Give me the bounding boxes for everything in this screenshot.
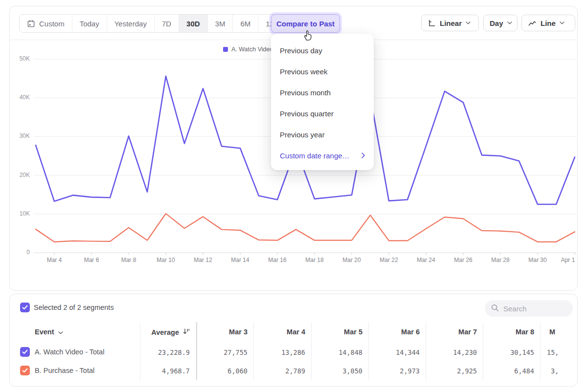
- clipped-value-cell: 3,: [551, 367, 573, 375]
- value-cell: 2,925: [428, 367, 477, 375]
- menu-items-container: Previous dayPrevious weekPrevious monthP…: [271, 40, 374, 145]
- date-column-header[interactable]: Mar 7: [428, 328, 477, 336]
- clipped-value-cell: 15,: [547, 348, 569, 356]
- x-axis-label: Mar 10: [151, 257, 181, 263]
- x-axis-label: Mar 4: [40, 257, 69, 263]
- x-axis-label: Mar 20: [337, 257, 366, 263]
- series-line: [36, 214, 575, 242]
- value-cell: 3,050: [314, 367, 362, 375]
- chevron-right-icon: [361, 152, 365, 160]
- date-column-header[interactable]: Mar 3: [199, 328, 248, 336]
- menu-item-previous-day[interactable]: Previous day: [271, 40, 374, 61]
- x-axis-label: Mar 6: [77, 257, 106, 263]
- x-axis-label: Mar 30: [523, 257, 552, 263]
- x-axis-label: Mar 22: [374, 257, 404, 263]
- menu-item-previous-quarter[interactable]: Previous quarter: [271, 103, 374, 124]
- frozen-column-divider: [196, 322, 197, 380]
- value-cell: 14,848: [314, 348, 362, 356]
- value-cell: 27,755: [199, 348, 248, 356]
- segments-table-card: Selected 2 of 2 segments EventAverageMar…: [9, 294, 578, 387]
- checkmark-icon: [22, 366, 28, 375]
- y-axis-label: 40K: [10, 94, 30, 101]
- x-axis-label: Mar 8: [114, 257, 143, 263]
- menu-item-previous-month[interactable]: Previous month: [271, 82, 374, 103]
- analytics-page: CustomTodayYesterday7D30D3M6M12M Compare…: [0, 0, 587, 392]
- chart-card: CustomTodayYesterday7D30D3M6M12M Compare…: [9, 6, 578, 291]
- column-divider: [253, 322, 254, 380]
- y-axis-label: 20K: [10, 172, 30, 178]
- y-axis-label: 30K: [10, 132, 30, 139]
- y-axis-label: 0: [10, 249, 30, 256]
- value-cell: 30,145: [485, 348, 534, 356]
- x-axis-label: Mar 14: [226, 257, 255, 263]
- value-cell: 13,286: [256, 348, 305, 356]
- checkmark-icon: [22, 348, 28, 356]
- select-all-checkbox[interactable]: [20, 303, 30, 312]
- row-checkbox[interactable]: [20, 347, 30, 357]
- date-column-header[interactable]: Mar 8: [485, 328, 534, 336]
- x-axis-label: Mar 24: [411, 257, 441, 263]
- sort-descending-icon: [183, 328, 190, 336]
- checkmark-icon: [22, 303, 28, 312]
- legend-swatch: [223, 47, 228, 52]
- clipped-column-header[interactable]: M: [549, 328, 555, 336]
- segment-row-label[interactable]: A. Watch Video - Total: [35, 348, 104, 356]
- date-column-header[interactable]: Mar 5: [314, 328, 362, 336]
- column-divider: [483, 322, 483, 380]
- search-box[interactable]: [485, 300, 573, 317]
- column-divider: [368, 322, 369, 380]
- x-axis-label: Mar 26: [449, 257, 478, 263]
- row-checkbox[interactable]: [20, 366, 30, 375]
- value-cell: 6,484: [485, 367, 534, 375]
- date-column-header[interactable]: Mar 4: [256, 328, 305, 336]
- chevron-down-icon: [58, 328, 63, 336]
- column-divider: [426, 322, 426, 380]
- search-icon: [491, 304, 499, 314]
- x-axis-label: Mar 18: [300, 257, 329, 263]
- average-value-cell: 4,968.7: [121, 367, 190, 375]
- x-axis-label: Mar 28: [486, 257, 515, 263]
- selected-segments-label: Selected 2 of 2 segments: [34, 304, 114, 311]
- date-column-header[interactable]: Mar 6: [371, 328, 420, 336]
- segment-row-label[interactable]: B. Purchase - Total: [35, 367, 94, 374]
- value-cell: 2,789: [256, 367, 305, 375]
- menu-item-custom-date-range[interactable]: Custom date range…: [271, 145, 374, 166]
- event-header-label: Event: [35, 328, 54, 336]
- column-divider: [311, 322, 312, 380]
- y-axis-label: 10K: [10, 210, 30, 217]
- x-axis-label: Mar 12: [188, 257, 218, 263]
- value-cell: 14,230: [428, 348, 477, 356]
- average-value-cell: 23,228.9: [121, 348, 190, 356]
- menu-item-previous-week[interactable]: Previous week: [271, 61, 374, 82]
- value-cell: 2,973: [371, 367, 420, 375]
- value-cell: 14,344: [371, 348, 420, 356]
- average-header-label: Average: [151, 328, 179, 336]
- search-input[interactable]: [503, 305, 562, 313]
- y-axis-label: 50K: [10, 55, 30, 62]
- value-cell: 6,060: [199, 367, 248, 375]
- x-axis-label: Apr 1: [553, 257, 583, 263]
- average-column-header[interactable]: Average: [121, 328, 190, 336]
- compare-popover-menu: Previous dayPrevious weekPrevious monthP…: [271, 34, 374, 170]
- hand-pointer-cursor: [302, 29, 314, 44]
- menu-item-previous-year[interactable]: Previous year: [271, 124, 374, 145]
- column-divider: [540, 322, 541, 380]
- x-axis-label: Mar 16: [263, 257, 292, 263]
- event-column-header[interactable]: Event: [35, 328, 63, 336]
- menu-item-label: Custom date range…: [280, 152, 350, 160]
